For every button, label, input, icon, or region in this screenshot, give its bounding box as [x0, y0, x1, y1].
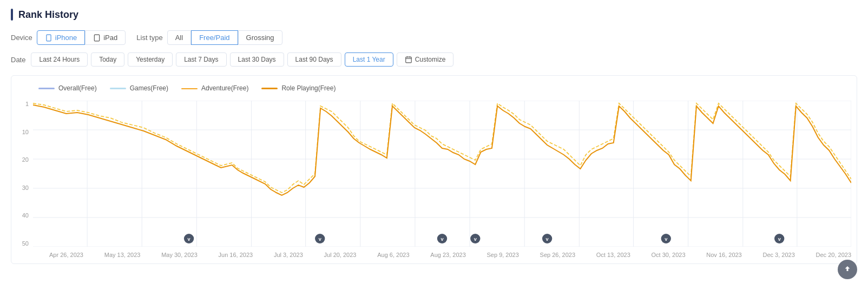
y-axis: 1 10 20 30 40 50 — [17, 101, 33, 247]
chart-area: 1 10 20 30 40 50 — [17, 101, 851, 258]
ipad-icon — [93, 34, 101, 42]
version-markers: v v v v v v v — [184, 234, 784, 243]
y-label-20: 20 — [17, 156, 29, 163]
legend-line-adventure — [181, 88, 198, 89]
y-label-1: 1 — [17, 101, 29, 107]
device-btn-group: iPhone iPad — [37, 30, 126, 45]
date-30d-button[interactable]: Last 30 Days — [230, 52, 284, 67]
date-24h-button[interactable]: Last 24 Hours — [31, 52, 88, 67]
x-label-6: Aug 6, 2023 — [377, 252, 409, 258]
legend-line-games — [110, 88, 126, 89]
page: Rank History Device iPhone iPad List typ… — [0, 0, 868, 290]
title-bar-decoration — [11, 9, 13, 21]
x-axis: Apr 26, 2023 May 13, 2023 May 30, 2023 J… — [33, 252, 851, 258]
calendar-icon — [405, 56, 412, 63]
page-title: Rank History — [18, 9, 78, 21]
y-label-40: 40 — [17, 212, 29, 219]
device-control-group: Device iPhone iPad — [11, 30, 126, 45]
iphone-icon — [45, 34, 52, 42]
x-label-1: May 13, 2023 — [104, 252, 141, 258]
chart-svg-wrapper: v v v v v v v — [33, 101, 851, 258]
x-label-2: May 30, 2023 — [161, 252, 198, 258]
x-label-3: Jun 16, 2023 — [219, 252, 253, 258]
date-7d-button[interactable]: Last 7 Days — [176, 52, 226, 67]
y-label-50: 50 — [17, 240, 29, 247]
chart-container: Overall(Free) Games(Free) Adventure(Free… — [11, 75, 857, 264]
upload-icon — [843, 265, 852, 274]
device-ipad-button[interactable]: iPad — [85, 30, 126, 45]
x-label-11: Oct 30, 2023 — [652, 252, 686, 258]
legend-role-playing-free: Role Playing(Free) — [261, 84, 336, 92]
listtype-label: List type — [136, 34, 162, 42]
svg-rect-2 — [95, 35, 100, 41]
svg-rect-4 — [405, 57, 411, 63]
controls-row: Device iPhone iPad List type All Free — [11, 30, 857, 45]
y-label-10: 10 — [17, 129, 29, 135]
date-90d-button[interactable]: Last 90 Days — [287, 52, 341, 67]
listtype-freepaid-button[interactable]: Free/Paid — [191, 30, 238, 45]
legend-line-role-playing — [261, 88, 278, 89]
x-label-5: Jul 20, 2023 — [324, 252, 357, 258]
date-label: Date — [11, 56, 25, 64]
y-label-30: 30 — [17, 184, 29, 191]
date-customize-button[interactable]: Customize — [397, 52, 454, 67]
legend-line-overall — [38, 88, 55, 89]
listtype-control-group: List type All Free/Paid Grossing — [136, 30, 282, 45]
x-label-13: Dec 3, 2023 — [762, 252, 794, 258]
date-today-button[interactable]: Today — [91, 52, 124, 67]
x-label-0: Apr 26, 2023 — [49, 252, 83, 258]
title-row: Rank History — [11, 9, 857, 21]
date-yesterday-button[interactable]: Yesterday — [128, 52, 173, 67]
x-label-12: Nov 16, 2023 — [706, 252, 741, 258]
legend-overall-free: Overall(Free) — [38, 84, 97, 92]
x-label-10: Oct 13, 2023 — [596, 252, 630, 258]
x-label-4: Jul 3, 2023 — [274, 252, 303, 258]
listtype-all-button[interactable]: All — [167, 30, 191, 45]
x-label-7: Aug 23, 2023 — [430, 252, 465, 258]
device-label: Device — [11, 34, 32, 42]
x-label-14: Dec 20, 2023 — [816, 252, 851, 258]
upload-button[interactable] — [838, 260, 857, 279]
x-label-9: Sep 26, 2023 — [540, 252, 575, 258]
rank-history-chart: v v v v v v v — [33, 101, 851, 247]
device-iphone-button[interactable]: iPhone — [37, 30, 85, 45]
legend-adventure-free: Adventure(Free) — [181, 84, 248, 92]
legend-games-free: Games(Free) — [110, 84, 168, 92]
date-row: Date Last 24 Hours Today Yesterday Last … — [11, 52, 857, 67]
x-label-8: Sep 9, 2023 — [487, 252, 519, 258]
chart-legend: Overall(Free) Games(Free) Adventure(Free… — [17, 84, 851, 92]
listtype-grossing-button[interactable]: Grossing — [238, 30, 282, 45]
listtype-btn-group: All Free/Paid Grossing — [167, 30, 282, 45]
date-1y-button[interactable]: Last 1 Year — [345, 52, 393, 67]
svg-rect-0 — [47, 35, 51, 41]
